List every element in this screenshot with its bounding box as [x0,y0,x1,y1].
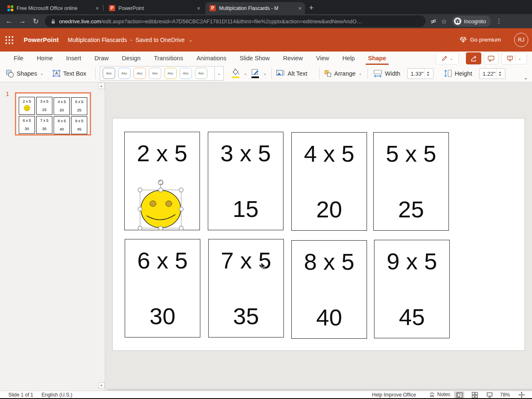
card-problem[interactable]: 5 x 5 [374,140,448,167]
styles-gallery-expand-icon[interactable]: ⌄ [214,66,223,80]
browser-menu-icon[interactable]: ⋮ [496,17,502,25]
flashcard-3x5[interactable]: 3 x 5 15 [208,132,283,230]
flashcard-6x5[interactable]: 6 x 5 30 [125,239,200,337]
text-box-button[interactable]: A Text Box [52,65,86,82]
card-answer[interactable]: 35 [209,303,283,330]
thumbnail-scroll-up-button[interactable]: ▲ [98,83,105,89]
chevron-down-icon[interactable]: ⌄ [244,71,247,76]
collapse-ribbon-icon[interactable]: ⌄ [524,75,528,81]
document-title-bar[interactable]: Multiplcation Flascards - Saved to OneDr… [68,37,193,43]
shape-style-option[interactable]: Abc [195,68,207,79]
help-improve-office-link[interactable]: Help Improve Office [372,392,416,398]
comments-button[interactable] [484,52,498,64]
spin-up-icon[interactable] [499,71,501,73]
present-button[interactable]: ⌄ [501,52,527,64]
tab-shape-active[interactable]: Shape [362,52,393,65]
shape-style-option[interactable]: Abc [149,68,161,79]
slide-1[interactable]: 2 x 5 3 x 5 15 4 x 5 20 5 x 5 25 6 x 5 3… [112,118,525,351]
shapes-dropdown[interactable]: Shapes ⌄ [6,65,44,82]
card-answer[interactable]: 20 [292,196,367,223]
height-stepper[interactable] [479,68,505,79]
forward-icon[interactable]: → [16,17,29,25]
tab-animations[interactable]: Animations [190,52,233,65]
flashcard-8x5[interactable]: 8 x 5 40 [291,240,367,339]
tab-help[interactable]: Help [336,52,362,65]
flashcard-7x5[interactable]: 7 x 5 35 [208,239,284,337]
slide-sorter-view-button[interactable] [470,392,480,398]
shape-style-option[interactable]: Abc [164,68,177,79]
tab-slide-show[interactable]: Slide Show [233,52,276,65]
card-problem[interactable]: 2 x 5 [125,140,200,167]
shape-style-option[interactable]: Abc [180,68,192,79]
shape-style-option[interactable]: Abc [133,68,146,79]
card-problem[interactable]: 9 x 5 [374,248,449,275]
tab-review[interactable]: Review [276,52,310,65]
card-problem[interactable]: 7 x 5 [209,247,283,274]
tab-design[interactable]: Design [115,52,147,65]
browser-tab-office[interactable]: Free Microsoft Office online × [3,2,102,14]
reload-icon[interactable]: ↻ [29,17,42,26]
notes-toggle[interactable]: Notes [429,392,450,397]
slide-counter[interactable]: Slide 1 of 1 [8,392,33,398]
account-avatar[interactable]: RJ [514,33,528,47]
bookmark-star-icon[interactable]: ☆ [441,17,447,25]
slide-1-thumbnail-selected[interactable]: 2 x 5 3 x 5 15 4 x 5 20 5 x 5 25 6 x [15,92,91,135]
editing-mode-button[interactable]: ⌄ [436,52,459,64]
browser-tab-powerpoint[interactable]: P PowerPoint × [105,2,204,14]
shape-outline-button[interactable]: ⌄ [251,65,266,82]
card-answer[interactable]: 45 [374,303,449,330]
zoom-level[interactable]: 78% [500,392,510,398]
width-stepper[interactable] [407,68,433,79]
tab-home[interactable]: Home [30,52,59,65]
spin-down-icon[interactable] [427,74,429,76]
eye-off-icon[interactable] [430,18,437,25]
card-answer[interactable]: 25 [374,196,448,223]
height-spin-buttons[interactable] [496,69,503,79]
new-tab-button[interactable]: + [306,2,317,13]
thumbnail-scroll-down-button[interactable]: ▼ [98,382,105,389]
language-indicator[interactable]: English (U.S.) [42,392,72,398]
chevron-down-icon[interactable]: ⌄ [263,71,266,76]
close-tab-icon[interactable]: × [197,5,200,12]
width-input[interactable] [408,71,424,77]
shape-fill-button[interactable]: ⌄ [232,65,247,82]
tab-insert[interactable]: Insert [59,52,88,65]
selected-smiley-shape[interactable] [133,177,188,234]
arrange-dropdown[interactable]: Arrange ⌄ [324,65,362,82]
card-problem[interactable]: 4 x 5 [292,140,367,167]
document-title[interactable]: Multiplcation Flascards [68,37,127,43]
tab-transitions[interactable]: Transitions [147,52,190,65]
fit-to-window-button[interactable] [518,392,525,398]
address-bar[interactable]: onedrive.live.com/edit.aspx?action=edit&… [45,15,426,27]
card-answer[interactable]: 30 [125,303,200,330]
spin-down-icon[interactable] [499,74,501,76]
spin-up-icon[interactable] [427,71,429,73]
card-answer[interactable]: 15 [208,195,283,222]
height-input[interactable] [480,71,496,77]
flashcard-5x5[interactable]: 5 x 5 25 [373,132,449,231]
shape-style-option[interactable]: Abc [118,68,131,79]
app-name[interactable]: PowerPoint [24,36,59,43]
back-icon[interactable]: ← [2,17,16,25]
card-problem[interactable]: 6 x 5 [125,247,200,274]
close-tab-icon[interactable]: × [96,5,99,12]
flashcard-4x5[interactable]: 4 x 5 20 [291,132,367,231]
card-problem[interactable]: 8 x 5 [292,248,367,275]
normal-view-button[interactable] [454,392,464,398]
shape-style-option[interactable]: Abc [103,68,115,79]
tab-file[interactable]: File [7,52,30,65]
share-button[interactable] [466,52,481,64]
tab-view[interactable]: View [310,52,336,65]
tab-draw[interactable]: Draw [88,52,115,65]
alt-text-button[interactable]: Alt Text [276,65,307,82]
slideshow-view-button[interactable] [485,392,495,398]
close-tab-icon[interactable]: × [298,5,302,12]
chevron-down-icon[interactable]: ⌄ [518,56,521,61]
chevron-down-icon[interactable]: ⌄ [189,37,192,43]
card-problem[interactable]: 3 x 5 [208,140,283,167]
width-spin-buttons[interactable] [424,69,431,79]
app-launcher-waffle-icon[interactable] [5,35,14,45]
flashcard-9x5[interactable]: 9 x 5 45 [374,240,450,338]
go-premium-button[interactable]: Go premium [460,37,501,43]
card-answer[interactable]: 40 [292,304,367,331]
